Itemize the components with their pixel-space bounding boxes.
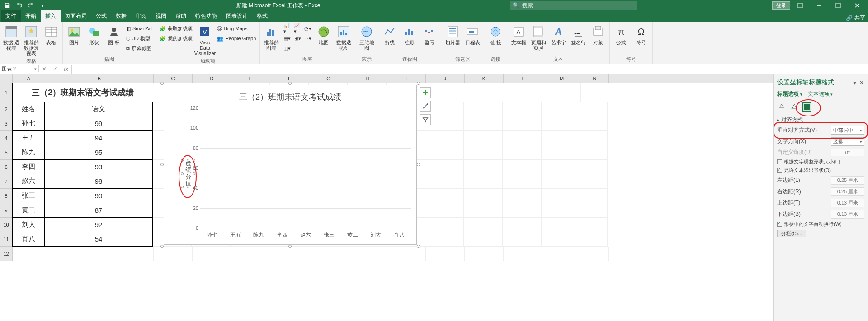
col-header[interactable]: G [309,74,348,83]
cell[interactable] [425,232,464,247]
textdir-dropdown[interactable]: 竖排 [831,137,864,146]
cell[interactable] [465,247,504,261]
table-cell[interactable]: 99 [44,116,153,131]
cell[interactable] [464,116,503,131]
cell[interactable] [581,83,608,102]
effects-icon[interactable] [790,102,799,112]
cell[interactable] [464,203,503,218]
cell[interactable] [425,218,464,232]
chart-stat-icon[interactable]: ⊞▾ [292,33,303,43]
chart-line-icon[interactable]: 📈▾ [292,23,302,33]
bingmaps-button[interactable]: ⓑBing Maps [215,23,258,33]
sparkline-winloss-button[interactable]: 盈亏 [420,23,439,55]
cell[interactable] [464,232,503,247]
get-addins-button[interactable]: 🧩获取加载项 [158,23,194,33]
col-header[interactable]: N [581,74,609,83]
table-cell[interactable]: 87 [44,203,153,218]
col-header[interactable]: J [426,74,465,83]
cell[interactable] [464,174,503,189]
cell[interactable] [193,247,231,261]
pane-tab-title-options[interactable]: 标题选项 [777,90,802,98]
cell[interactable] [464,218,503,232]
icons-button[interactable]: 图 标 [104,23,123,55]
col-header[interactable]: D [193,74,231,83]
chart-plot-area[interactable]: 020406080100120 [200,108,411,228]
resize-checkbox[interactable]: 根据文字调整形状大小(F) [777,158,864,166]
margin-right-input[interactable]: 0.25 厘米 [831,187,864,196]
object-button[interactable]: 对象 [589,23,608,55]
axis-title-selected[interactable]: 成绩分值 [182,160,194,187]
minimize-icon[interactable] [810,1,828,10]
timeline-button[interactable]: 日程表 [463,23,482,55]
table-cell[interactable]: 93 [44,159,153,174]
recommend-pivot-button[interactable]: 推荐的 数据透视表 [22,23,41,57]
table-cell[interactable]: 李四 [12,159,45,174]
cell[interactable] [309,247,348,261]
cell[interactable] [425,131,464,145]
cell[interactable] [425,145,464,160]
tab-format[interactable]: 格式 [252,10,272,22]
cell[interactable] [13,247,45,261]
maps-button[interactable]: 地图 [314,23,333,55]
chart-filters-button[interactable] [420,114,431,125]
cell[interactable] [580,145,608,160]
cell[interactable] [154,247,193,261]
cell[interactable] [464,160,503,174]
visio-button[interactable]: VVisio Data Visualizer [195,23,214,57]
cell[interactable] [580,189,608,203]
share-button[interactable]: 🔗共享 [846,14,868,22]
cell[interactable] [542,102,580,116]
tab-pagelayout[interactable]: 页面布局 [61,10,91,22]
textbox-button[interactable]: A文本框 [509,23,528,55]
table-cell[interactable]: 刘大 [12,217,45,232]
cell[interactable] [503,189,542,203]
cell[interactable] [464,131,503,145]
maximize-icon[interactable] [829,1,847,10]
cell[interactable] [542,145,580,160]
size-properties-icon[interactable] [802,102,811,112]
row-header[interactable]: 3 [0,116,13,131]
cell[interactable] [504,247,542,261]
cell[interactable] [464,145,503,160]
slicer-button[interactable]: 切片器 [443,23,462,55]
tab-review[interactable]: 审阅 [131,10,151,22]
table-cell[interactable]: 陈九 [12,145,45,160]
table-header-cell[interactable]: 语文 [44,102,153,116]
row-header[interactable]: 8 [0,189,13,203]
tab-help[interactable]: 帮助 [171,10,191,22]
enter-icon[interactable]: ✓ [50,65,61,74]
name-box[interactable]: 图表 2▾ [0,65,39,72]
sparkline-column-button[interactable]: 柱形 [400,23,419,55]
fill-line-icon[interactable] [777,102,786,112]
cell[interactable] [45,247,154,261]
col-header[interactable]: B [45,74,154,83]
close-icon[interactable] [848,1,866,10]
pane-dropdown-icon[interactable]: ▾ [853,79,856,86]
cell[interactable] [464,102,503,116]
cell[interactable] [503,131,542,145]
cell[interactable] [542,83,581,102]
cell[interactable] [580,116,608,131]
row-header[interactable]: 4 [0,131,13,145]
cell[interactable] [503,160,542,174]
col-header[interactable]: L [504,74,542,83]
col-header[interactable]: C [154,74,193,83]
row-header[interactable]: 1 [0,83,13,102]
table-cell[interactable]: 赵六 [12,174,45,189]
cell[interactable] [425,160,464,174]
cell[interactable] [270,247,309,261]
cell[interactable] [580,174,608,189]
margin-top-input[interactable]: 0.13 厘米 [831,199,864,207]
table-cell[interactable]: 92 [44,217,153,232]
cell[interactable] [542,247,581,261]
table-cell[interactable]: 孙七 [12,116,45,131]
recommend-charts-button[interactable]: 推荐的 图表 [262,23,281,55]
col-header[interactable]: F [270,74,309,83]
pane-tab-text-options[interactable]: 文本选项 [808,90,833,98]
table-cell[interactable]: 95 [44,145,153,160]
cell[interactable] [348,247,387,261]
chart-scatter-icon[interactable]: ⁘▾ [303,33,313,43]
margin-left-input[interactable]: 0.25 厘米 [831,176,864,185]
shapes-button[interactable]: 形状 [85,23,104,55]
worksheet[interactable]: A B C D E F G H I J K L M N 1三（2）班期末语文考试… [0,74,773,321]
